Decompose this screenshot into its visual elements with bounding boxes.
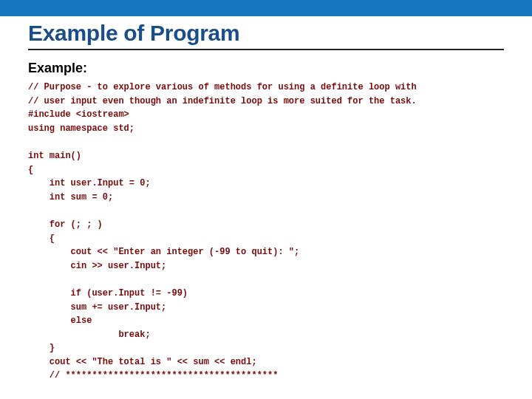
slide-content: Example of Program Example: // Purpose -… (0, 16, 532, 383)
title-underline (28, 49, 504, 50)
page-title: Example of Program (28, 21, 504, 46)
code-block: // Purpose - to explore various of metho… (28, 81, 504, 383)
top-accent-bar (0, 0, 532, 16)
example-subtitle: Example: (28, 61, 504, 76)
